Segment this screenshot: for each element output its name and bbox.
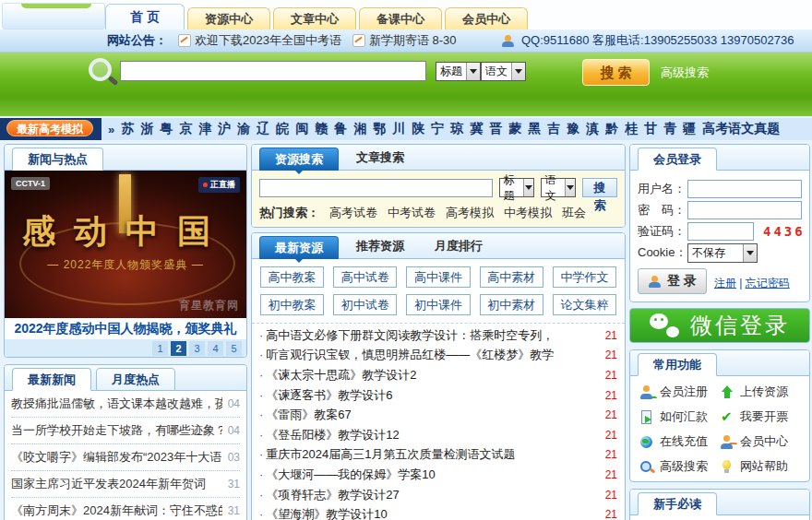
tab-recommended-resources[interactable]: 推荐资源 [343, 234, 417, 258]
province-link[interactable]: 青 [663, 121, 676, 137]
category-button[interactable]: 中学作文 [553, 266, 616, 288]
func-online-recharge[interactable]: 在线充值 [639, 433, 720, 450]
tab-newbie-must-read[interactable]: 新手必读 [638, 492, 717, 515]
tab-news-hotspot[interactable]: 新闻与热点 [12, 148, 103, 171]
province-link[interactable]: 苏 [121, 121, 134, 137]
province-link[interactable]: 皖 [276, 121, 289, 137]
nav-tab-home[interactable]: 首 页 [105, 4, 185, 30]
category-button[interactable]: 高中教案 [260, 266, 324, 288]
province-link[interactable]: 渝 [237, 121, 250, 137]
province-link[interactable]: 沪 [218, 121, 231, 137]
province-link[interactable]: 宁 [431, 121, 444, 137]
captcha-field[interactable] [687, 222, 754, 241]
search-subject-select[interactable]: 语文 [481, 62, 526, 81]
tab-latest-news[interactable]: 最新新闻 [12, 368, 91, 391]
pager-2[interactable]: 2 [171, 341, 186, 356]
category-button[interactable]: 初中课件 [406, 294, 470, 315]
resource-item[interactable]: 《谏逐客书》教学设计621 [259, 385, 617, 406]
nav-tab-lesson-prep[interactable]: 备课中心 [359, 7, 442, 30]
province-link[interactable]: 蒙 [508, 121, 521, 137]
province-link[interactable]: 吉 [547, 121, 560, 137]
tab-resource-search[interactable]: 资源搜索 [259, 148, 339, 171]
province-link[interactable]: 陕 [412, 121, 424, 137]
province-link[interactable]: 粤 [160, 121, 173, 137]
hot-search-link[interactable]: 中考试卷 [388, 205, 436, 221]
resource-field-select[interactable]: 标题 [499, 178, 534, 197]
nav-tab-member-center[interactable]: 会员中心 [445, 7, 528, 30]
category-button[interactable]: 初中教案 [260, 294, 324, 315]
hot-search-link[interactable]: 高考模拟 [446, 205, 494, 221]
tab-monthly-ranking[interactable]: 月度排行 [422, 234, 496, 258]
hot-search-link[interactable]: 高考试卷 [329, 205, 377, 221]
news-item[interactable]: 当一所学校开始走下坡路，有哪些迹象？04 [11, 418, 240, 444]
category-button[interactable]: 初中试卷 [333, 294, 397, 315]
province-link[interactable]: 川 [392, 121, 405, 137]
resource-item[interactable]: 《望海潮》教学设计1021 [259, 504, 617, 520]
pager-3[interactable]: 3 [189, 341, 205, 356]
province-link[interactable]: 黔 [605, 121, 618, 137]
province-link[interactable]: 黑 [528, 121, 541, 137]
category-button[interactable]: 高中素材 [480, 266, 543, 288]
province-link[interactable]: 津 [198, 121, 211, 137]
resource-item[interactable]: 《登岳阳楼》教学设计1221 [259, 425, 617, 445]
func-member-register[interactable]: 会员注册 [639, 384, 720, 400]
advanced-search-link[interactable]: 高级搜索 [661, 65, 709, 81]
resource-item[interactable]: 《谏太宗十思疏》教学设计221 [259, 365, 617, 385]
tab-monthly-hot[interactable]: 月度热点 [96, 368, 175, 391]
news-item[interactable]: 《咬文嚼字》编辑部发布“2023年十大语03 [11, 444, 240, 471]
province-link[interactable]: 鲁 [334, 121, 347, 137]
province-link[interactable]: 豫 [567, 121, 579, 137]
province-link[interactable]: 晋 [489, 121, 502, 137]
pager-5[interactable]: 5 [226, 341, 242, 356]
site-search-input[interactable] [120, 61, 426, 81]
province-link[interactable]: 甘 [644, 121, 657, 137]
province-link[interactable]: 疆 [683, 121, 696, 137]
hot-search-link[interactable]: 中考模拟 [504, 205, 552, 221]
news-image[interactable]: CCTV-1 正直播 感动中国 — 2022年度人物颁奖盛典 — 育星教育网 [5, 171, 246, 318]
province-link[interactable]: 京 [179, 121, 192, 137]
resource-item[interactable]: 高中语文必修下册群文阅读教学设计：搭乘时空专列，21 [259, 325, 617, 346]
password-field[interactable] [687, 201, 802, 219]
func-upload-resource[interactable]: 上传资源 [720, 384, 800, 400]
category-button[interactable]: 初中素材 [480, 294, 543, 315]
nav-tab-resources[interactable]: 资源中心 [187, 7, 270, 30]
province-link[interactable]: 滇 [586, 121, 599, 137]
login-button[interactable]: 登 录 [638, 268, 707, 294]
province-link[interactable]: 辽 [257, 121, 269, 137]
resource-item[interactable]: 《项脊轩志》教学设计2721 [259, 485, 617, 505]
wechat-login-button[interactable]: 微信登录 [629, 308, 810, 343]
func-how-to-pay[interactable]: 如何汇款 [639, 408, 720, 425]
pager-1[interactable]: 1 [152, 341, 168, 356]
resource-search-input[interactable] [259, 179, 493, 197]
resource-item[interactable]: 《大堰河——我的保姆》学案1021 [259, 465, 617, 485]
category-button[interactable]: 高中课件 [406, 266, 470, 288]
notice-link[interactable]: 欢迎下载2023年全国中考语 [178, 32, 341, 49]
news-item[interactable]: 《南方周末》2024新年献词：守住不惑的31 [11, 498, 240, 520]
register-link[interactable]: 注册 [714, 277, 736, 290]
username-field[interactable] [687, 180, 802, 198]
hot-search-link[interactable]: 班会 [562, 205, 586, 221]
gaokao-real-exam-link[interactable]: 高考语文真题 [702, 121, 780, 137]
tab-article-search[interactable]: 文章搜索 [343, 146, 417, 170]
func-advanced-search[interactable]: 高级搜索 [639, 458, 720, 475]
search-button[interactable]: 搜 索 [582, 59, 650, 86]
tab-common-functions[interactable]: 常用功能 [638, 353, 717, 376]
notice-link[interactable]: 新学期寄语 8-30 [352, 32, 457, 49]
news-item[interactable]: 教授痛批温儒敏，语文课本越改越难，孩04 [11, 391, 240, 418]
province-link[interactable]: 浙 [140, 121, 153, 137]
tab-member-login[interactable]: 会员登录 [638, 148, 717, 171]
news-item[interactable]: 国家主席习近平发表2024年新年贺词31 [11, 471, 240, 498]
cookie-select[interactable]: 不保存 [687, 243, 758, 263]
news-image-caption[interactable]: 2022年度感动中国人物揭晓，颁奖典礼 [5, 318, 246, 339]
province-link[interactable]: 鄂 [373, 121, 386, 137]
tab-latest-resources[interactable]: 最新资源 [259, 236, 339, 259]
func-site-help[interactable]: 网站帮助 [720, 458, 800, 475]
province-link[interactable]: 琼 [450, 121, 463, 137]
pager-4[interactable]: 4 [208, 341, 223, 356]
search-field-select[interactable]: 标题 [436, 62, 481, 81]
resource-subject-select[interactable]: 语文 [541, 178, 576, 197]
province-link[interactable]: 赣 [315, 121, 328, 137]
resource-item[interactable]: 重庆市2024届高三1月第五次质量检测语文试题21 [259, 445, 617, 466]
nav-tab-articles[interactable]: 文章中心 [273, 7, 356, 30]
province-link[interactable]: 闽 [295, 121, 308, 137]
